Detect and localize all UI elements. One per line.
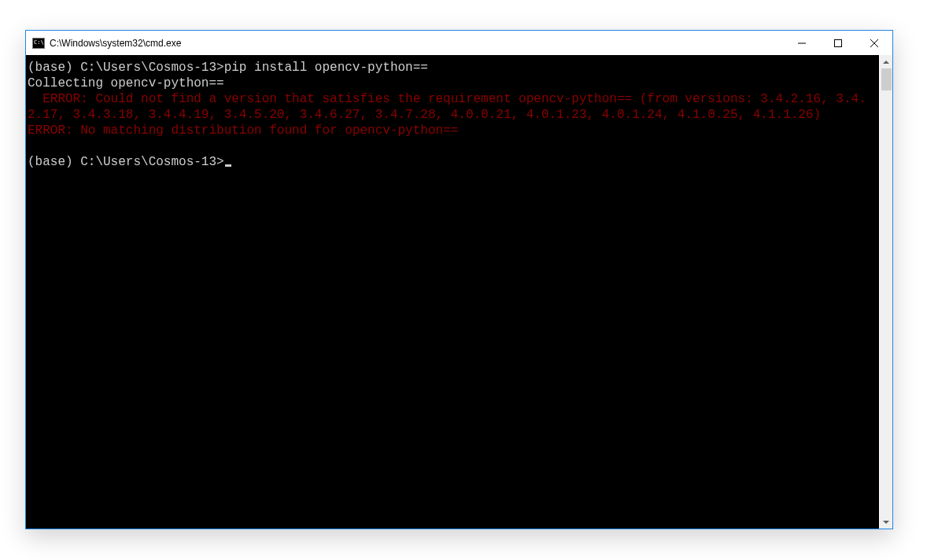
svg-marker-5 xyxy=(883,521,889,524)
scrollbar-thumb[interactable] xyxy=(881,68,892,90)
title-bar[interactable]: C:\Windows\system32\cmd.exe xyxy=(26,31,892,55)
window-title: C:\Windows\system32\cmd.exe xyxy=(50,38,181,49)
cmd-icon xyxy=(32,37,45,50)
error-line: ERROR: Could not find a version that sat… xyxy=(28,92,866,122)
window-controls xyxy=(784,31,892,55)
cmd-window: C:\Windows\system32\cmd.exe (base) C:\Us… xyxy=(25,30,893,529)
command-text: pip install opencv-python== xyxy=(224,61,428,75)
error-line: ERROR: No matching distribution found fo… xyxy=(28,123,458,138)
prompt: (base) C:\Users\Cosmos-13> xyxy=(28,61,224,75)
prompt: (base) C:\Users\Cosmos-13> xyxy=(28,155,224,169)
svg-marker-4 xyxy=(883,61,889,64)
terminal-output[interactable]: (base) C:\Users\Cosmos-13>pip install op… xyxy=(26,55,879,529)
minimize-button[interactable] xyxy=(784,31,820,55)
maximize-button[interactable] xyxy=(820,31,856,55)
vertical-scrollbar[interactable] xyxy=(879,55,892,529)
svg-rect-1 xyxy=(835,39,842,46)
cursor xyxy=(225,164,231,167)
output-line: Collecting opencv-python== xyxy=(28,76,224,90)
scroll-up-button[interactable] xyxy=(880,55,892,68)
scroll-down-button[interactable] xyxy=(880,515,892,529)
close-button[interactable] xyxy=(856,31,892,55)
